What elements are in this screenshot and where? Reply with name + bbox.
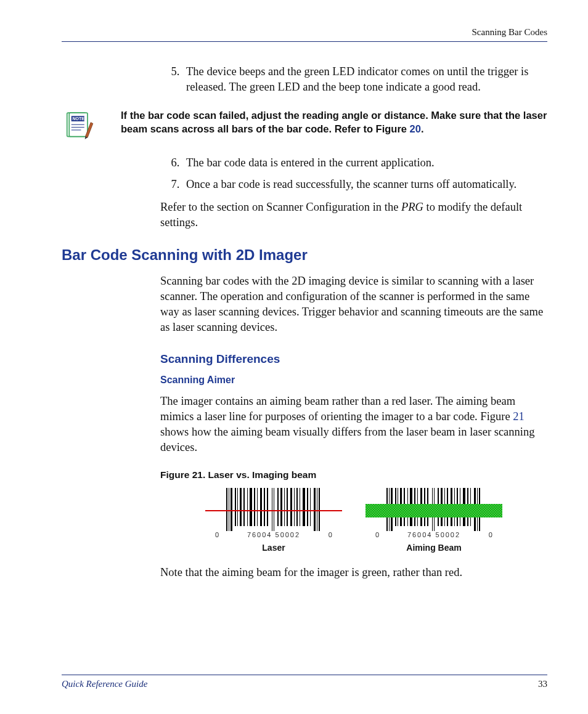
svg-rect-29 [296,488,298,526]
svg-rect-10 [235,488,236,526]
svg-text:NOTE: NOTE [73,116,85,121]
aimer-figure-ref[interactable]: 21 [513,410,525,423]
svg-rect-15 [250,488,252,526]
figure-label-laser: Laser [262,542,285,554]
body-content: The device beeps and the green LED indic… [160,64,547,580]
steps-list-2: The bar code data is entered in the curr… [160,155,547,192]
note-icon: NOTE [62,108,96,143]
svg-rect-13 [243,488,245,526]
svg-rect-36 [319,488,320,531]
svg-rect-11 [237,488,238,526]
heading-scanning-differences: Scanning Differences [160,351,547,367]
note-suffix: . [421,123,424,134]
step-item: The bar code data is entered in the curr… [182,155,547,171]
barcode-aiming: 0 76004 50002 0 [375,488,492,538]
closing-paragraph: Note that the aiming beam for the imager… [160,565,547,580]
refer-paragraph: Refer to the section on Scanner Configur… [160,200,547,230]
digit-left: 0 [215,532,219,538]
aimer-before: The imager contains an aiming beam rathe… [160,395,515,423]
svg-rect-20 [267,488,268,526]
refer-before: Refer to the section on Scanner Configur… [160,201,401,213]
aimer-after: shows how the aiming beam visually diffe… [160,426,534,453]
header-right: Scanning Bar Codes [472,27,547,38]
svg-rect-18 [260,488,262,526]
svg-rect-70 [365,504,502,517]
note-figure-ref[interactable]: 20 [410,123,421,134]
figure-label-aiming: Aiming Beam [406,542,461,554]
steps-list-1: The device beeps and the green LED indic… [160,64,547,95]
page-header: Scanning Bar Codes [62,27,547,41]
heading-scanning-aimer: Scanning Aimer [160,373,547,387]
svg-rect-25 [284,488,285,526]
figure-laser: 0 76004 50002 0 Laser [215,488,332,554]
aimer-paragraph: The imager contains an aiming beam rathe… [160,394,547,455]
svg-rect-17 [257,488,258,526]
digit-mid: 76004 50002 [407,532,460,538]
svg-rect-19 [264,488,265,526]
laser-line [205,510,342,511]
page-number: 33 [538,679,547,689]
svg-rect-23 [277,488,279,526]
svg-rect-26 [287,488,288,526]
digit-left: 0 [375,532,379,538]
svg-rect-14 [247,488,248,526]
note-text: If the bar code scan failed, adjust the … [121,108,547,136]
figure-caption: Figure 21. Laser vs. Imaging beam [160,469,547,482]
svg-rect-12 [240,488,242,526]
aiming-beam [365,504,502,517]
svg-rect-24 [280,488,282,526]
note-block: NOTE If the bar code scan failed, adjust… [62,108,547,143]
svg-rect-34 [314,488,316,531]
heading-bar-code-2d: Bar Code Scanning with 2D Imager [62,245,547,265]
svg-rect-21 [272,488,272,531]
barcode-digits: 0 76004 50002 0 [375,532,492,538]
footer-left: Quick Reference Guide [62,679,147,689]
svg-rect-35 [317,488,317,531]
svg-rect-31 [303,488,305,526]
step-item: The device beeps and the green LED indic… [182,64,547,95]
h2-paragraph: Scanning bar codes with the 2D imaging d… [160,274,547,335]
header-rule [62,41,547,42]
svg-rect-16 [254,488,255,526]
svg-rect-28 [294,488,295,526]
figure-row: 0 76004 50002 0 Laser [160,488,547,554]
footer-rule [62,675,547,675]
svg-rect-7 [226,488,227,531]
svg-rect-9 [231,488,232,531]
digit-right: 0 [489,532,492,538]
svg-rect-33 [310,488,311,526]
svg-rect-8 [229,488,229,531]
barcode-laser: 0 76004 50002 0 [215,488,332,538]
refer-italic: PRG [401,201,423,213]
svg-rect-30 [300,488,300,526]
digit-mid: 76004 50002 [247,532,300,538]
figure-aiming: 0 76004 50002 0 Aiming Beam [375,488,492,554]
svg-rect-32 [307,488,308,526]
svg-rect-22 [274,488,274,531]
barcode-digits: 0 76004 50002 0 [215,532,332,538]
page-footer: Quick Reference Guide 33 [62,675,547,689]
digit-right: 0 [329,532,332,538]
svg-rect-27 [290,488,292,526]
step-item: Once a bar code is read successfully, th… [182,177,547,192]
note-prefix: If the bar code scan failed, adjust the … [121,110,547,134]
